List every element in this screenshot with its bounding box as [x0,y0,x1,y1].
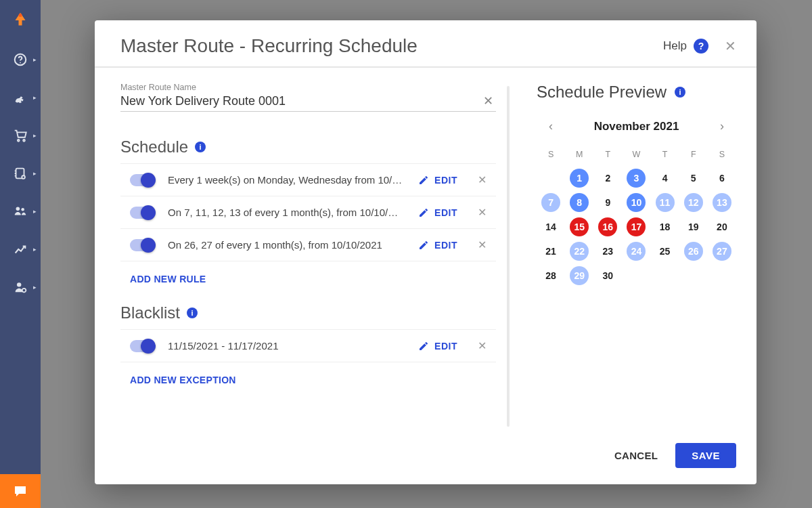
calendar-day-cell[interactable]: 30 [593,266,622,285]
rule-toggle[interactable] [130,239,154,251]
rule-toggle[interactable] [130,340,154,352]
calendar-day[interactable]: 12 [684,193,703,212]
sidebar-item-routes[interactable]: ▸ [0,79,41,117]
calendar-day-cell[interactable]: 14 [537,217,565,236]
svg-point-6 [22,175,25,179]
rule-toggle[interactable] [130,174,154,186]
calendar-day[interactable]: 25 [656,242,675,261]
sidebar-item-team[interactable]: ▸ [0,192,41,230]
cancel-button[interactable]: CANCEL [614,450,658,461]
calendar-day-cell[interactable]: 19 [679,217,708,236]
calendar-day-cell[interactable]: 2 [593,169,622,188]
calendar-day-cell[interactable]: 1 [565,169,593,188]
calendar-day[interactable]: 27 [713,242,731,261]
calendar-day[interactable]: 26 [684,242,703,261]
calendar-day-cell[interactable]: 5 [679,169,708,188]
sidebar-item-orders[interactable]: ▸ [0,117,41,154]
sidebar-item-help[interactable]: ▸ [0,41,41,79]
calendar-day-cell[interactable]: 29 [565,266,593,285]
calendar-day-cell[interactable]: 16 [593,217,622,236]
info-icon[interactable]: i [675,87,685,98]
calendar-day[interactable]: 20 [713,217,731,236]
calendar-day-cell[interactable]: 4 [651,169,679,188]
calendar-day-cell[interactable]: 18 [651,217,679,236]
next-month-button[interactable]: › [715,117,729,136]
calendar-day-cell[interactable]: 7 [537,193,565,212]
calendar-day[interactable]: 10 [627,193,646,212]
calendar-day[interactable]: 7 [541,193,560,212]
calendar-day-cell[interactable]: 8 [565,193,593,212]
delete-rule-icon[interactable]: ✕ [472,337,492,355]
calendar-day-cell[interactable]: 9 [593,193,622,212]
calendar-day[interactable]: 29 [570,266,589,285]
calendar-day-cell[interactable]: 22 [565,242,593,261]
calendar-day[interactable]: 30 [598,266,617,285]
help-link[interactable]: Help [663,39,687,53]
sidebar-item-addressbook[interactable]: ▸ [0,154,41,192]
calendar-day[interactable]: 2 [598,169,617,188]
chat-widget[interactable] [0,474,41,508]
add-new-rule-button[interactable]: ADD NEW RULE [130,274,496,284]
edit-label: EDIT [434,341,457,352]
edit-button[interactable]: EDIT [413,237,463,253]
sidebar-item-analytics[interactable]: ▸ [0,230,41,268]
app-sidebar: ▸ ▸ ▸ ▸ ▸ ▸ ▸ [0,0,41,508]
info-icon[interactable]: i [187,308,198,318]
calendar-day[interactable]: 9 [598,193,617,212]
schedule-rule-list: Every 1 week(s) on Monday, Wednesday fro… [120,163,496,261]
calendar-day-cell[interactable]: 17 [622,217,650,236]
calendar-day[interactable]: 5 [684,169,703,188]
calendar-day-cell[interactable]: 23 [593,242,622,261]
calendar-day-cell[interactable]: 27 [708,242,736,261]
clear-name-icon[interactable]: ✕ [480,93,496,108]
calendar-day-cell[interactable]: 26 [679,242,708,261]
edit-button[interactable]: EDIT [413,172,463,188]
help-icon[interactable]: ? [694,39,708,54]
calendar-day-cell[interactable]: 28 [537,266,565,285]
calendar-day[interactable]: 1 [570,169,589,188]
calendar-day-cell[interactable]: 25 [651,242,679,261]
calendar-day[interactable]: 8 [570,193,589,212]
calendar-day[interactable]: 28 [541,266,560,285]
calendar-day[interactable]: 15 [570,217,589,236]
edit-button[interactable]: EDIT [413,205,463,221]
calendar-day[interactable]: 18 [656,217,675,236]
calendar-day[interactable]: 4 [656,169,675,188]
calendar-day-cell[interactable]: 15 [565,217,593,236]
calendar-day[interactable]: 6 [713,169,731,188]
calendar-day[interactable]: 16 [598,217,617,236]
calendar-day[interactable]: 22 [570,242,589,261]
calendar-day[interactable]: 11 [656,193,675,212]
delete-rule-icon[interactable]: ✕ [472,203,492,221]
calendar-day-cell[interactable]: 12 [679,193,708,212]
delete-rule-icon[interactable]: ✕ [472,171,492,189]
calendar-day-cell[interactable]: 10 [622,193,650,212]
calendar-day-cell[interactable]: 6 [708,169,736,188]
calendar-day[interactable]: 23 [598,242,617,261]
calendar-day-cell[interactable]: 3 [622,169,650,188]
rule-toggle[interactable] [130,207,154,219]
calendar-day-cell[interactable]: 20 [708,217,736,236]
calendar-day[interactable]: 13 [713,193,731,212]
close-icon[interactable]: ✕ [725,38,736,54]
calendar-day[interactable]: 14 [541,217,560,236]
edit-button[interactable]: EDIT [413,338,463,354]
save-button[interactable]: SAVE [675,443,736,468]
route-name-input[interactable] [120,94,480,108]
add-new-exception-button[interactable]: ADD NEW EXCEPTION [130,375,496,385]
delete-rule-icon[interactable]: ✕ [472,236,492,254]
calendar-day[interactable]: 21 [541,242,560,261]
info-icon[interactable]: i [195,142,206,152]
calendar-day[interactable]: 24 [627,242,646,261]
modal-footer: CANCEL SAVE [95,433,757,484]
calendar-day-cell[interactable]: 11 [651,193,679,212]
calendar-day[interactable]: 3 [627,169,646,188]
calendar-day-cell[interactable]: 21 [537,242,565,261]
calendar-day-cell[interactable]: 13 [708,193,736,212]
calendar-day[interactable]: 19 [684,217,703,236]
prev-month-button[interactable]: ‹ [543,117,558,136]
calendar-day-cell[interactable]: 24 [622,242,650,261]
sidebar-item-account[interactable]: ▸ [0,268,41,306]
calendar-dow: S [537,146,565,163]
calendar-day[interactable]: 17 [627,217,646,236]
